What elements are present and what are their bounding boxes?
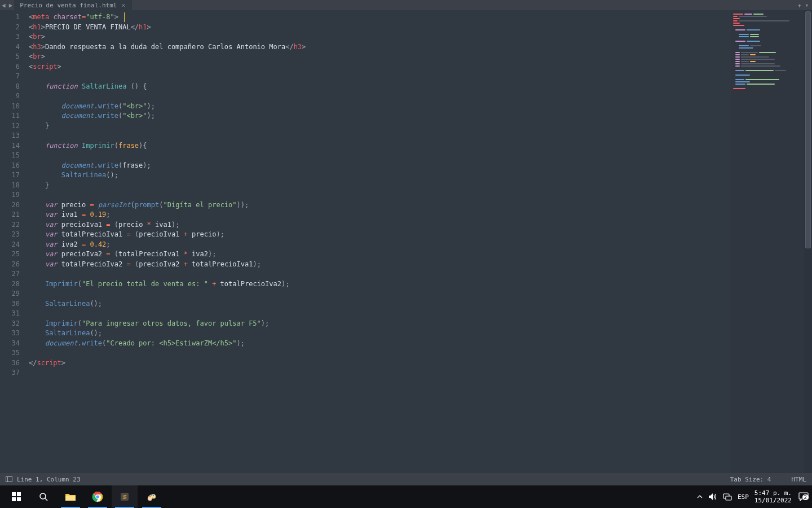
line-number: 32 <box>0 319 20 329</box>
line-number: 4 <box>0 42 20 52</box>
line-number: 37 <box>0 368 20 378</box>
taskbar-clock[interactable]: 5:47 p. m. 15/01/2022 <box>754 489 793 504</box>
line-number: 17 <box>0 170 20 181</box>
status-bar: Line 1, Column 23 Tab Size: 4 HTML <box>0 473 812 485</box>
windows-taskbar: ESP 5:47 p. m. 15/01/2022 2 <box>0 485 812 508</box>
line-number: 29 <box>0 289 20 299</box>
code-editor[interactable]: <meta charset="utf-8"> <h1>PRECIO DE VEN… <box>25 10 731 473</box>
svg-rect-6 <box>65 496 76 501</box>
line-number: 33 <box>0 329 20 339</box>
action-center-button[interactable]: 2 <box>798 492 809 501</box>
line-number: 18 <box>0 181 20 191</box>
chrome-button[interactable] <box>85 485 111 508</box>
keyboard-language[interactable]: ESP <box>738 493 749 501</box>
svg-point-14 <box>152 497 153 498</box>
tab-next-icon[interactable]: ▶ <box>7 2 15 9</box>
notification-badge: 2 <box>802 494 809 500</box>
paint-button[interactable] <box>139 485 165 508</box>
line-number: 21 <box>0 210 20 220</box>
line-number: 24 <box>0 240 20 250</box>
svg-line-5 <box>45 498 47 501</box>
line-number: 26 <box>0 260 20 270</box>
line-number: 19 <box>0 190 20 200</box>
svg-rect-3 <box>17 497 21 501</box>
line-number: 7 <box>0 72 20 82</box>
line-number: 31 <box>0 309 20 319</box>
taskbar-date: 15/01/2022 <box>754 497 792 504</box>
svg-point-13 <box>153 495 154 496</box>
line-number: 34 <box>0 339 20 349</box>
file-tab[interactable]: Precio de venta final.html × <box>14 0 131 10</box>
text-cursor <box>124 12 125 22</box>
status-language[interactable]: HTML <box>792 476 807 483</box>
svg-rect-16 <box>726 496 731 500</box>
line-number: 15 <box>0 151 20 161</box>
status-cursor-position: Line 1, Column 23 <box>17 476 81 483</box>
line-number: 13 <box>0 131 20 141</box>
line-number: 16 <box>0 161 20 171</box>
tabs-menu-icon[interactable]: ▾ <box>805 2 809 9</box>
line-number: 2 <box>0 23 20 33</box>
svg-point-11 <box>149 496 151 497</box>
line-number: 1 <box>0 12 20 23</box>
vertical-scrollbar[interactable] <box>804 10 812 473</box>
tab-prev-icon[interactable]: ◀ <box>0 2 7 9</box>
svg-point-4 <box>40 493 46 499</box>
line-number: 12 <box>0 121 20 132</box>
line-number: 22 <box>0 220 20 230</box>
line-number: 30 <box>0 299 20 309</box>
line-number: 27 <box>0 269 20 279</box>
line-number: 6 <box>0 62 20 72</box>
line-number: 25 <box>0 249 20 260</box>
line-number: 20 <box>0 200 20 211</box>
line-number: 36 <box>0 358 20 369</box>
line-number: 3 <box>0 32 20 42</box>
line-number: 10 <box>0 102 20 112</box>
show-hidden-icons-button[interactable] <box>697 494 703 500</box>
line-number: 23 <box>0 230 20 240</box>
close-tab-icon[interactable]: × <box>121 2 125 9</box>
volume-icon[interactable] <box>708 493 717 501</box>
line-number: 11 <box>0 111 20 121</box>
scrollbar-thumb[interactable] <box>805 11 811 248</box>
search-button[interactable] <box>30 485 56 508</box>
svg-rect-10 <box>121 493 129 501</box>
svg-point-12 <box>151 494 152 496</box>
svg-rect-0 <box>12 492 16 496</box>
line-number: 9 <box>0 91 20 102</box>
new-tab-icon[interactable]: ✚ <box>798 2 802 9</box>
taskbar-time: 5:47 p. m. <box>754 489 792 497</box>
line-number: 35 <box>0 348 20 358</box>
line-number: 14 <box>0 141 20 151</box>
status-tab-size[interactable]: Tab Size: 4 <box>730 476 771 483</box>
minimap[interactable] <box>731 10 804 473</box>
svg-rect-1 <box>17 492 21 496</box>
side-panel-toggle-icon[interactable] <box>6 476 12 482</box>
window-tabbar: ◀ ▶ Precio de venta final.html × ✚ ▾ <box>0 0 812 10</box>
file-tab-title: Precio de venta final.html <box>20 2 117 9</box>
file-explorer-button[interactable] <box>58 485 83 508</box>
line-number: 28 <box>0 279 20 290</box>
svg-rect-2 <box>12 497 16 501</box>
sublime-text-button[interactable] <box>112 485 138 508</box>
start-menu-button[interactable] <box>3 485 29 508</box>
line-number: 8 <box>0 82 20 92</box>
network-icon[interactable] <box>723 493 732 501</box>
line-number: 5 <box>0 52 20 62</box>
line-number-gutter: 1234567891011121314151617181920212223242… <box>0 10 25 473</box>
